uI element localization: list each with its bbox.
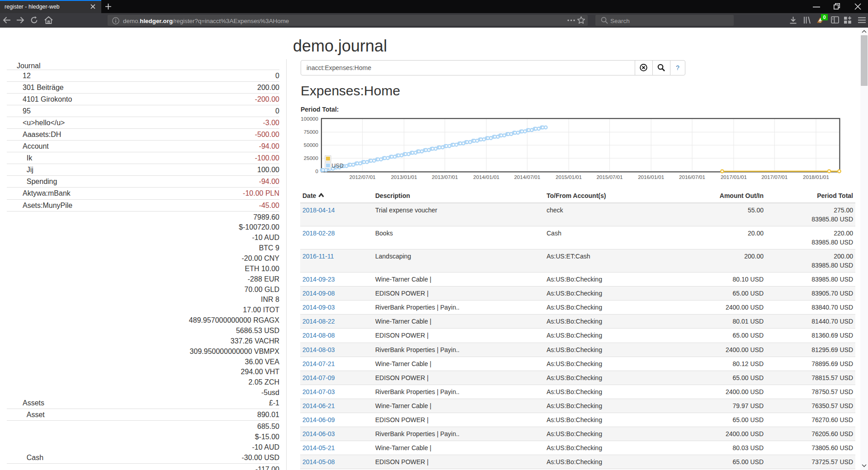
svg-text:2013/01/01: 2013/01/01 [391,174,417,180]
svg-text:2015/01/01: 2015/01/01 [556,174,582,180]
svg-text:25000: 25000 [304,155,318,161]
svg-text:2017/07/01: 2017/07/01 [761,174,788,180]
svg-text:100000: 100000 [301,116,318,122]
svg-text:2016/01/01: 2016/01/01 [638,174,664,180]
svg-text:75000: 75000 [304,129,318,135]
svg-text:0: 0 [316,168,318,174]
svg-text:2018/01/01: 2018/01/01 [803,174,829,180]
svg-text:2012/07/01: 2012/07/01 [349,174,376,180]
svg-text:50000: 50000 [304,142,318,148]
svg-text:2016/07/01: 2016/07/01 [679,174,705,180]
svg-text:2017/01/01: 2017/01/01 [721,174,747,180]
svg-text:2013/07/01: 2013/07/01 [432,174,458,180]
svg-text:2014/07/01: 2014/07/01 [514,174,540,180]
svg-text:2015/07/01: 2015/07/01 [596,174,623,180]
svg-text:2014/01/01: 2014/01/01 [473,174,500,180]
svg-text:USD: USD [332,163,344,169]
